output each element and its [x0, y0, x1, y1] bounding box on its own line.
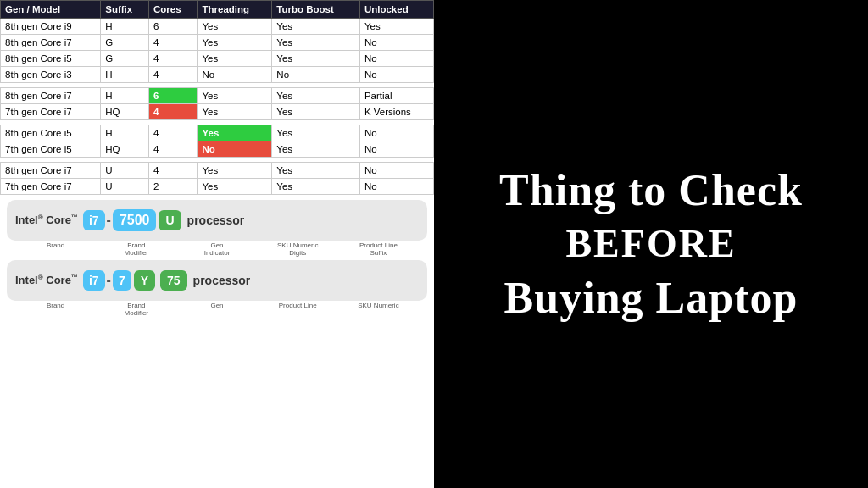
suffix-badge-1: U	[159, 210, 181, 230]
proc-text-1: processor	[187, 214, 245, 227]
title-line-2: before	[499, 219, 803, 269]
dash-2: -	[107, 273, 111, 288]
cell-unlocked: Yes	[359, 19, 433, 35]
col-header-gen: Gen / Model	[1, 1, 101, 19]
label-gen-1: GenIndicator	[176, 241, 257, 257]
cell-suffix: H	[101, 88, 149, 104]
processor-comparison-table: Gen / Model Suffix Cores Threading Turbo…	[0, 0, 434, 195]
cell-turbo: Yes	[272, 104, 360, 120]
cell-gen: 8th gen Core i7	[1, 88, 101, 104]
cell-cores: 4	[148, 163, 198, 179]
comparison-table-section: Gen / Model Suffix Cores Threading Turbo…	[0, 0, 434, 195]
cell-threading: Yes	[198, 125, 272, 141]
table-row: 7th gen Core i7 U 2 Yes Yes No	[1, 179, 434, 195]
badge-2: i7 - 7 Y 75	[83, 270, 190, 291]
cell-threading: Yes	[198, 51, 272, 67]
cell-unlocked: K Versions	[359, 104, 433, 120]
cell-turbo: Yes	[272, 19, 360, 35]
cell-cores: 4	[148, 141, 198, 158]
table-header-row: Gen / Model Suffix Cores Threading Turbo…	[1, 1, 434, 19]
label-brand-2: Brand	[15, 302, 96, 309]
label-product-2: Product Line	[258, 302, 338, 309]
processor-diagram-2: Intel® Core™ i7 - 7 Y 75 processor Brand…	[7, 260, 427, 317]
cell-gen: 8th gen Core i5	[1, 51, 101, 67]
table-row: 8th gen Core i7 U 4 Yes Yes No	[1, 163, 434, 179]
processor-diagram-1: Intel® Core™ i7 - 7500 U processor Brand…	[7, 200, 427, 257]
diagram-2-badge: Intel® Core™ i7 - 7 Y 75 processor	[7, 260, 427, 301]
cell-unlocked: No	[359, 67, 433, 83]
cell-cores: 4	[148, 35, 198, 51]
title-block: Thing to Check before Buying Laptop	[499, 162, 803, 327]
cell-threading: Yes	[198, 35, 272, 51]
proc-text-2: processor	[193, 274, 251, 287]
cell-gen: 8th gen Core i9	[1, 19, 101, 35]
label-sku-2: SKU Numeric	[338, 302, 419, 309]
table-row: 8th gen Core i9 H 6 Yes Yes Yes	[1, 19, 434, 35]
col-header-turbo: Turbo Boost	[272, 1, 360, 19]
cell-cores: 2	[148, 179, 198, 195]
cell-suffix: H	[101, 67, 149, 83]
right-panel: Thing to Check before Buying Laptop	[434, 0, 868, 488]
col-header-suffix: Suffix	[101, 1, 149, 19]
cell-gen: 8th gen Core i5	[1, 125, 101, 141]
cell-suffix: U	[101, 163, 149, 179]
cell-unlocked: No	[359, 125, 433, 141]
cell-threading: No	[198, 67, 272, 83]
col-header-cores: Cores	[148, 1, 198, 19]
cell-suffix: HQ	[101, 104, 149, 120]
title-line-1: Thing to Check	[499, 162, 803, 219]
cell-cores: 6	[148, 19, 198, 35]
cell-unlocked: No	[359, 141, 433, 158]
cell-threading: No	[198, 141, 272, 158]
title-line-3: Buying Laptop	[499, 269, 803, 327]
cell-suffix: H	[101, 19, 149, 35]
label-modifier-1: BrandModifier	[96, 241, 176, 257]
cell-unlocked: No	[359, 163, 433, 179]
dash-1: -	[107, 213, 111, 228]
table-row: 8th gen Core i5 G 4 Yes Yes No	[1, 51, 434, 67]
diagram-2-labels: Brand BrandModifier Gen Product Line SKU…	[7, 302, 427, 317]
cell-suffix: HQ	[101, 141, 149, 158]
processor-diagrams-section: Intel® Core™ i7 - 7500 U processor Brand…	[0, 195, 434, 322]
label-gen-2: Gen	[176, 302, 257, 309]
cell-turbo: No	[272, 67, 360, 83]
cell-gen: 8th gen Core i7	[1, 35, 101, 51]
brand-1: Intel® Core™	[15, 214, 78, 226]
cell-turbo: Yes	[272, 179, 360, 195]
table-row: 7th gen Core i7 HQ 4 Yes Yes K Versions	[1, 104, 434, 120]
model-badge-2: i7	[83, 270, 105, 291]
label-sku-1: SKU NumericDigits	[258, 241, 338, 257]
cell-gen: 8th gen Core i7	[1, 163, 101, 179]
table-row: 8th gen Core i5 H 4 Yes Yes No	[1, 125, 434, 141]
diagram-1-labels: Brand BrandModifier GenIndicator SKU Num…	[7, 241, 427, 257]
cell-turbo: Yes	[272, 88, 360, 104]
suffix-badge-2: Y	[134, 270, 155, 291]
cell-suffix: G	[101, 51, 149, 67]
label-brand-1: Brand	[15, 241, 96, 249]
cell-turbo: Yes	[272, 51, 360, 67]
cell-threading: Yes	[198, 163, 272, 179]
table-row: 8th gen Core i7 G 4 Yes Yes No	[1, 35, 434, 51]
number2-badge-2: 75	[160, 270, 187, 291]
brand-2: Intel® Core™	[15, 274, 78, 286]
table-row: 8th gen Core i7 H 6 Yes Yes Partial	[1, 88, 434, 104]
cell-unlocked: Partial	[359, 88, 433, 104]
number-badge-1: 7500	[113, 209, 157, 231]
cell-threading: Yes	[198, 179, 272, 195]
cell-cores: 4	[148, 104, 198, 120]
cell-turbo: Yes	[272, 163, 360, 179]
cell-suffix: G	[101, 35, 149, 51]
cell-cores: 4	[148, 125, 198, 141]
col-header-threading: Threading	[198, 1, 272, 19]
cell-suffix: H	[101, 125, 149, 141]
cell-cores: 4	[148, 67, 198, 83]
diagram-1-badge: Intel® Core™ i7 - 7500 U processor	[7, 200, 427, 241]
cell-threading: Yes	[198, 104, 272, 120]
cell-threading: Yes	[198, 19, 272, 35]
label-product-1: Product LineSuffix	[338, 241, 419, 257]
cell-threading: Yes	[198, 88, 272, 104]
cell-gen: 7th gen Core i5	[1, 141, 101, 158]
cell-gen: 8th gen Core i3	[1, 67, 101, 83]
badge-1: i7 - 7500 U	[83, 209, 184, 231]
cell-unlocked: No	[359, 179, 433, 195]
